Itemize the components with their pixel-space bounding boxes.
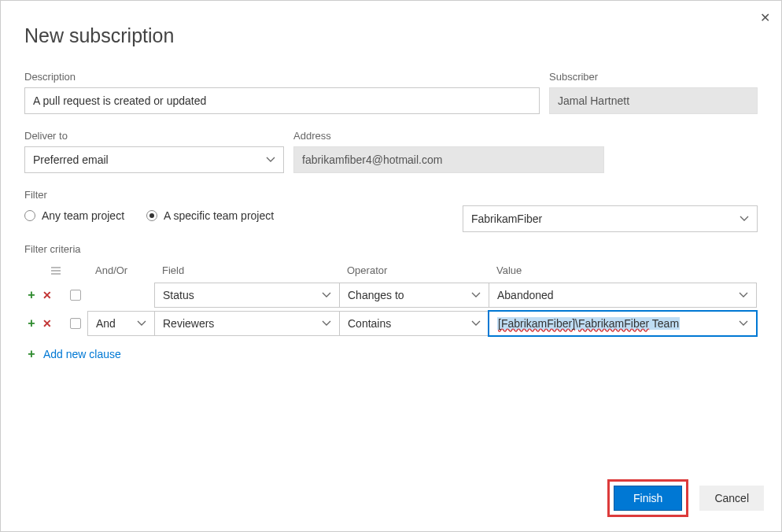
dialog-footer: Finish Cancel	[607, 479, 764, 517]
chevron-down-icon	[322, 320, 331, 327]
criteria-row: + ✕ And Reviewers Contains [FabrikamFibe…	[24, 309, 758, 338]
deliver-to-label: Deliver to	[24, 130, 284, 142]
chevron-down-icon	[739, 292, 748, 298]
andor-value: And	[96, 317, 116, 330]
radio-circle-icon	[24, 210, 35, 221]
add-new-clause-link[interactable]: + Add new clause	[24, 347, 121, 361]
radio-specific-team-project[interactable]: A specific team project	[146, 209, 274, 222]
new-subscription-dialog: ✕ New subscription Description A pull re…	[0, 0, 782, 532]
cancel-button[interactable]: Cancel	[699, 486, 764, 511]
field-value: Reviewers	[163, 317, 214, 330]
operator-select[interactable]: Contains	[339, 311, 489, 336]
plus-icon: +	[24, 347, 39, 361]
deliver-to-select[interactable]: Preferred email	[24, 146, 284, 173]
project-value: FabrikamFiber	[471, 212, 542, 225]
field-select[interactable]: Status	[154, 283, 340, 308]
grip-icon	[51, 267, 61, 275]
radio-any-label: Any team project	[42, 209, 124, 222]
radio-circle-checked-icon	[146, 210, 157, 221]
header-field: Field	[154, 264, 339, 276]
chevron-down-icon	[471, 320, 481, 327]
subscriber-value: Jamal Hartnett	[558, 94, 629, 107]
description-label: Description	[24, 71, 540, 83]
row-checkbox[interactable]	[70, 290, 81, 301]
header-andor: And/Or	[87, 264, 154, 276]
add-new-clause-label: Add new clause	[43, 348, 121, 360]
value-select[interactable]: [FabrikamFiber]\FabrikamFiber Team	[489, 311, 757, 336]
page-title: New subscription	[24, 24, 758, 47]
chevron-down-icon	[322, 292, 331, 298]
deliver-to-value: Preferred email	[33, 153, 109, 166]
close-icon[interactable]: ✕	[760, 10, 770, 25]
add-clause-icon[interactable]: +	[24, 288, 39, 302]
field-select[interactable]: Reviewers	[154, 311, 340, 336]
criteria-header: And/Or Field Operator Value	[24, 260, 758, 281]
remove-clause-icon[interactable]: ✕	[40, 289, 54, 301]
value-text: [FabrikamFiber]\FabrikamFiber Team	[497, 317, 680, 330]
operator-value: Changes to	[348, 289, 404, 301]
description-input[interactable]: A pull request is created or updated	[24, 87, 540, 114]
field-value: Status	[163, 289, 194, 301]
criteria-row: + ✕ Status Changes to Abandoned	[24, 281, 758, 309]
header-operator: Operator	[339, 264, 489, 276]
subscriber-field: Jamal Hartnett	[549, 87, 758, 114]
value-select[interactable]: Abandoned	[489, 283, 757, 308]
chevron-down-icon	[137, 320, 146, 327]
chevron-down-icon	[740, 216, 749, 222]
address-value: fabrikamfiber4@hotmail.com	[302, 153, 442, 166]
chevron-down-icon	[266, 157, 275, 163]
header-value: Value	[489, 264, 756, 276]
filter-label: Filter	[24, 189, 758, 201]
andor-select[interactable]: And	[87, 311, 155, 336]
radio-any-team-project[interactable]: Any team project	[24, 209, 124, 222]
operator-select[interactable]: Changes to	[339, 283, 489, 308]
chevron-down-icon	[471, 292, 481, 298]
filter-criteria-label: Filter criteria	[24, 243, 758, 255]
chevron-down-icon	[739, 320, 748, 327]
remove-clause-icon[interactable]: ✕	[40, 317, 54, 330]
finish-highlight: Finish	[607, 479, 688, 517]
project-select[interactable]: FabrikamFiber	[463, 205, 758, 232]
address-field: fabrikamfiber4@hotmail.com	[293, 146, 604, 173]
address-label: Address	[293, 130, 604, 142]
subscriber-label: Subscriber	[549, 71, 758, 83]
finish-button[interactable]: Finish	[614, 486, 682, 511]
row-checkbox[interactable]	[70, 318, 81, 329]
description-value: A pull request is created or updated	[33, 94, 206, 107]
add-clause-icon[interactable]: +	[24, 316, 39, 331]
operator-value: Contains	[348, 317, 391, 330]
value-text: Abandoned	[497, 289, 554, 301]
radio-specific-label: A specific team project	[164, 209, 274, 222]
